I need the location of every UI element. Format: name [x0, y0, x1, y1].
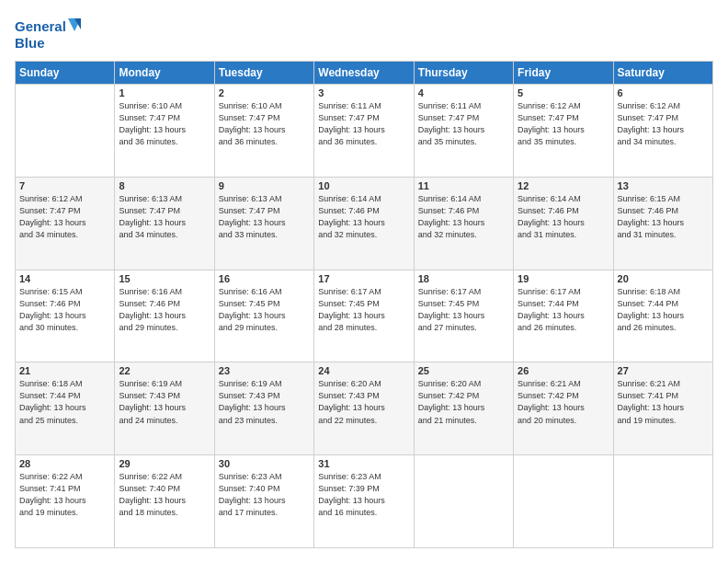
day-info: Sunrise: 6:13 AM Sunset: 7:47 PM Dayligh…	[219, 193, 310, 241]
day-number: 3	[318, 87, 409, 98]
day-number: 5	[518, 87, 609, 98]
day-info: Sunrise: 6:13 AM Sunset: 7:47 PM Dayligh…	[119, 193, 210, 241]
day-info: Sunrise: 6:14 AM Sunset: 7:46 PM Dayligh…	[518, 193, 609, 241]
day-number: 17	[318, 273, 409, 284]
day-info: Sunrise: 6:17 AM Sunset: 7:45 PM Dayligh…	[318, 286, 409, 334]
day-number: 27	[618, 365, 709, 376]
calendar-cell: 7Sunrise: 6:12 AM Sunset: 7:47 PM Daylig…	[16, 177, 115, 270]
calendar-cell: 14Sunrise: 6:15 AM Sunset: 7:46 PM Dayli…	[16, 270, 115, 362]
day-number: 26	[518, 365, 609, 376]
day-number: 24	[318, 365, 409, 376]
calendar-cell: 22Sunrise: 6:19 AM Sunset: 7:43 PM Dayli…	[115, 362, 214, 455]
logo-icon: GeneralBlue	[15, 15, 88, 52]
day-number: 28	[19, 458, 110, 469]
day-info: Sunrise: 6:12 AM Sunset: 7:47 PM Dayligh…	[518, 100, 609, 148]
calendar-table: SundayMondayTuesdayWednesdayThursdayFrid…	[15, 61, 713, 548]
calendar-cell: 28Sunrise: 6:22 AM Sunset: 7:41 PM Dayli…	[16, 455, 115, 548]
day-info: Sunrise: 6:22 AM Sunset: 7:41 PM Dayligh…	[19, 471, 110, 519]
calendar-cell: 17Sunrise: 6:17 AM Sunset: 7:45 PM Dayli…	[314, 270, 414, 362]
calendar-header-tuesday: Tuesday	[214, 62, 313, 85]
day-number: 13	[618, 180, 709, 191]
calendar-cell: 3Sunrise: 6:11 AM Sunset: 7:47 PM Daylig…	[314, 85, 414, 178]
calendar-week-3: 14Sunrise: 6:15 AM Sunset: 7:46 PM Dayli…	[16, 270, 713, 362]
day-number: 20	[618, 273, 709, 284]
calendar-header-sunday: Sunday	[16, 62, 115, 85]
day-number: 9	[219, 180, 310, 191]
day-info: Sunrise: 6:10 AM Sunset: 7:47 PM Dayligh…	[119, 100, 210, 148]
day-info: Sunrise: 6:11 AM Sunset: 7:47 PM Dayligh…	[418, 100, 509, 148]
calendar-cell: 23Sunrise: 6:19 AM Sunset: 7:43 PM Dayli…	[214, 362, 313, 455]
calendar-week-4: 21Sunrise: 6:18 AM Sunset: 7:44 PM Dayli…	[16, 362, 713, 455]
calendar-cell: 9Sunrise: 6:13 AM Sunset: 7:47 PM Daylig…	[214, 177, 313, 270]
calendar-header-thursday: Thursday	[414, 62, 513, 85]
day-info: Sunrise: 6:21 AM Sunset: 7:41 PM Dayligh…	[618, 378, 709, 426]
calendar-cell: 29Sunrise: 6:22 AM Sunset: 7:40 PM Dayli…	[115, 455, 214, 548]
calendar-cell: 16Sunrise: 6:16 AM Sunset: 7:45 PM Dayli…	[214, 270, 313, 362]
calendar-header-row: SundayMondayTuesdayWednesdayThursdayFrid…	[16, 62, 713, 85]
calendar-cell: 19Sunrise: 6:17 AM Sunset: 7:44 PM Dayli…	[514, 270, 613, 362]
day-number: 31	[318, 458, 409, 469]
day-number: 1	[119, 87, 210, 98]
day-info: Sunrise: 6:20 AM Sunset: 7:43 PM Dayligh…	[318, 378, 409, 426]
calendar-cell: 11Sunrise: 6:14 AM Sunset: 7:46 PM Dayli…	[414, 177, 513, 270]
calendar-cell	[514, 455, 613, 548]
day-info: Sunrise: 6:19 AM Sunset: 7:43 PM Dayligh…	[119, 378, 210, 426]
calendar-cell	[613, 455, 712, 548]
day-number: 8	[119, 180, 210, 191]
day-info: Sunrise: 6:15 AM Sunset: 7:46 PM Dayligh…	[19, 286, 110, 334]
day-number: 21	[19, 365, 110, 376]
day-number: 7	[19, 180, 110, 191]
calendar-cell: 31Sunrise: 6:23 AM Sunset: 7:39 PM Dayli…	[314, 455, 414, 548]
page-header: GeneralBlue	[15, 15, 713, 52]
calendar-cell: 15Sunrise: 6:16 AM Sunset: 7:46 PM Dayli…	[115, 270, 214, 362]
day-info: Sunrise: 6:23 AM Sunset: 7:40 PM Dayligh…	[219, 471, 310, 519]
day-number: 29	[119, 458, 210, 469]
calendar-week-2: 7Sunrise: 6:12 AM Sunset: 7:47 PM Daylig…	[16, 177, 713, 270]
day-info: Sunrise: 6:10 AM Sunset: 7:47 PM Dayligh…	[219, 100, 310, 148]
day-number: 14	[19, 273, 110, 284]
day-info: Sunrise: 6:23 AM Sunset: 7:39 PM Dayligh…	[318, 471, 409, 519]
calendar-cell: 5Sunrise: 6:12 AM Sunset: 7:47 PM Daylig…	[514, 85, 613, 178]
day-info: Sunrise: 6:16 AM Sunset: 7:46 PM Dayligh…	[119, 286, 210, 334]
day-info: Sunrise: 6:20 AM Sunset: 7:42 PM Dayligh…	[418, 378, 509, 426]
calendar-week-5: 28Sunrise: 6:22 AM Sunset: 7:41 PM Dayli…	[16, 455, 713, 548]
calendar-cell: 27Sunrise: 6:21 AM Sunset: 7:41 PM Dayli…	[613, 362, 712, 455]
day-number: 23	[219, 365, 310, 376]
calendar-header-monday: Monday	[115, 62, 214, 85]
calendar-cell: 25Sunrise: 6:20 AM Sunset: 7:42 PM Dayli…	[414, 362, 513, 455]
day-info: Sunrise: 6:12 AM Sunset: 7:47 PM Dayligh…	[618, 100, 709, 148]
calendar-cell: 2Sunrise: 6:10 AM Sunset: 7:47 PM Daylig…	[214, 85, 313, 178]
day-info: Sunrise: 6:14 AM Sunset: 7:46 PM Dayligh…	[318, 193, 409, 241]
day-number: 4	[418, 87, 509, 98]
day-number: 18	[418, 273, 509, 284]
day-info: Sunrise: 6:17 AM Sunset: 7:45 PM Dayligh…	[418, 286, 509, 334]
calendar-cell: 26Sunrise: 6:21 AM Sunset: 7:42 PM Dayli…	[514, 362, 613, 455]
calendar-cell: 24Sunrise: 6:20 AM Sunset: 7:43 PM Dayli…	[314, 362, 414, 455]
calendar-cell: 20Sunrise: 6:18 AM Sunset: 7:44 PM Dayli…	[613, 270, 712, 362]
calendar-header-saturday: Saturday	[613, 62, 712, 85]
calendar-week-1: 1Sunrise: 6:10 AM Sunset: 7:47 PM Daylig…	[16, 85, 713, 178]
day-number: 30	[219, 458, 310, 469]
calendar-cell: 30Sunrise: 6:23 AM Sunset: 7:40 PM Dayli…	[214, 455, 313, 548]
calendar-cell: 8Sunrise: 6:13 AM Sunset: 7:47 PM Daylig…	[115, 177, 214, 270]
calendar-cell: 13Sunrise: 6:15 AM Sunset: 7:46 PM Dayli…	[613, 177, 712, 270]
day-info: Sunrise: 6:21 AM Sunset: 7:42 PM Dayligh…	[518, 378, 609, 426]
logo: GeneralBlue	[15, 15, 88, 52]
day-info: Sunrise: 6:11 AM Sunset: 7:47 PM Dayligh…	[318, 100, 409, 148]
calendar-cell: 1Sunrise: 6:10 AM Sunset: 7:47 PM Daylig…	[115, 85, 214, 178]
svg-text:Blue: Blue	[15, 35, 45, 51]
day-number: 11	[418, 180, 509, 191]
day-info: Sunrise: 6:17 AM Sunset: 7:44 PM Dayligh…	[518, 286, 609, 334]
svg-text:General: General	[15, 18, 66, 34]
calendar-cell: 12Sunrise: 6:14 AM Sunset: 7:46 PM Dayli…	[514, 177, 613, 270]
day-number: 25	[418, 365, 509, 376]
day-info: Sunrise: 6:14 AM Sunset: 7:46 PM Dayligh…	[418, 193, 509, 241]
day-info: Sunrise: 6:16 AM Sunset: 7:45 PM Dayligh…	[219, 286, 310, 334]
day-info: Sunrise: 6:15 AM Sunset: 7:46 PM Dayligh…	[618, 193, 709, 241]
calendar-cell	[16, 85, 115, 178]
day-number: 6	[618, 87, 709, 98]
calendar-cell: 4Sunrise: 6:11 AM Sunset: 7:47 PM Daylig…	[414, 85, 513, 178]
day-number: 10	[318, 180, 409, 191]
calendar-cell: 21Sunrise: 6:18 AM Sunset: 7:44 PM Dayli…	[16, 362, 115, 455]
calendar-cell: 18Sunrise: 6:17 AM Sunset: 7:45 PM Dayli…	[414, 270, 513, 362]
